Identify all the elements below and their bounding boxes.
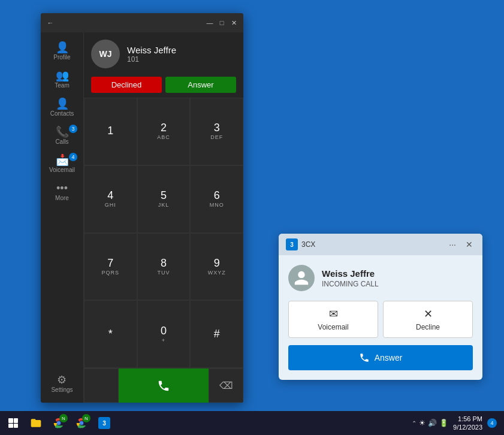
key-6[interactable]: 6 MNO — [190, 165, 243, 233]
notif-decline-button[interactable]: ✕ Decline — [383, 301, 473, 338]
minimize-button[interactable]: — — [205, 18, 215, 28]
sidebar-label-voicemail: Voicemail — [49, 167, 75, 173]
sidebar-item-settings[interactable]: ⚙ Settings — [49, 370, 75, 398]
notif-header: 3 3CX ··· ✕ — [279, 234, 482, 255]
taskbar-chrome[interactable]: N — [48, 412, 70, 434]
sidebar-item-more[interactable]: ••• More — [41, 178, 83, 206]
contact-info: Weiss Jeffre 101 — [127, 45, 236, 64]
keypad-bottom: ⌫ — [84, 368, 243, 403]
notif-header-right: ··· ✕ — [446, 240, 475, 249]
notification-popup: 3 3CX ··· ✕ Weiss Jeffre INCOMING CALL ✉… — [279, 234, 482, 380]
key-3[interactable]: 3 DEF — [190, 98, 243, 165]
chevron-up-icon[interactable]: ⌃ — [412, 420, 417, 427]
sidebar-label-contacts: Contacts — [50, 110, 74, 117]
taskbar-file-explorer[interactable] — [25, 412, 47, 434]
sidebar-item-voicemail[interactable]: 📩 4 Voicemail — [41, 150, 83, 178]
notif-body: Weiss Jeffre INCOMING CALL — [279, 255, 482, 301]
sidebar-item-profile[interactable]: 👤 Profile — [41, 37, 83, 65]
keypad: 1 2 ABC 3 DEF 4 GHI 5 JKL — [84, 98, 243, 368]
phone-window: ← — □ ✕ 👤 Profile 👥 Team 👤 Contacts — [41, 13, 243, 403]
volume-icon: 🔊 — [428, 419, 437, 427]
notif-app-logo: 3 — [286, 238, 298, 250]
notif-voicemail-button[interactable]: ✉ Voicemail — [288, 301, 378, 338]
key-9[interactable]: 9 WXYZ — [190, 233, 243, 301]
calls-icon: 📞 — [56, 126, 69, 137]
contacts-icon: 👤 — [56, 98, 69, 109]
network-icon: ☀ — [419, 419, 425, 427]
maximize-button[interactable]: □ — [217, 18, 227, 28]
calls-badge: 3 — [69, 125, 77, 133]
windows-logo — [8, 418, 18, 428]
svg-point-3 — [80, 422, 83, 425]
voicemail-btn-icon: ✉ — [329, 307, 338, 321]
contact-extension: 101 — [127, 55, 236, 64]
backspace-button[interactable]: ⌫ — [209, 368, 243, 403]
profile-icon: 👤 — [56, 42, 69, 53]
taskbar-3cx[interactable]: 3 — [93, 412, 115, 434]
voicemail-icon: 📩 — [56, 155, 69, 165]
back-button[interactable]: ← — [46, 18, 55, 28]
notif-avatar — [288, 265, 315, 291]
key-1[interactable]: 1 — [84, 98, 137, 165]
sidebar-item-calls[interactable]: 📞 3 Calls — [41, 122, 83, 150]
close-button[interactable]: ✕ — [229, 18, 239, 28]
svg-point-1 — [58, 422, 61, 425]
contact-header: WJ Weiss Jeffre 101 — [84, 32, 243, 73]
key-hash[interactable]: # — [190, 300, 243, 368]
notif-header-left: 3 3CX — [286, 238, 315, 250]
more-icon: ••• — [56, 183, 68, 194]
taskbar-system-icons: ⌃ ☀ 🔊 🔋 — [412, 419, 448, 427]
key-5[interactable]: 5 JKL — [137, 165, 191, 233]
key-2[interactable]: 2 ABC — [137, 98, 191, 165]
taskbar-notification-badge[interactable]: 4 — [487, 418, 497, 428]
notif-more-button[interactable]: ··· — [446, 240, 458, 249]
sidebar-bottom: ⚙ Settings — [49, 370, 75, 398]
sidebar-label-calls: Calls — [55, 138, 68, 145]
battery-icon: 🔋 — [439, 419, 448, 427]
avatar: WJ — [91, 40, 120, 68]
taskbar-datetime[interactable]: 1:56 PM 9/12/2023 — [453, 415, 482, 432]
settings-icon: ⚙ — [57, 374, 67, 385]
taskbar-date-display: 9/12/2023 — [453, 423, 482, 431]
key-star[interactable]: * — [84, 300, 137, 368]
sidebar-item-contacts[interactable]: 👤 Contacts — [41, 93, 83, 122]
key-4[interactable]: 4 GHI — [84, 165, 137, 233]
chrome2-badge: N — [82, 414, 90, 422]
taskbar-right: ⌃ ☀ 🔊 🔋 1:56 PM 9/12/2023 4 — [412, 415, 502, 432]
decline-btn-icon: ✕ — [424, 307, 433, 321]
taskbar: N N 3 ⌃ ☀ 🔊 🔋 1:56 PM 9/12/2023 4 — [0, 411, 504, 435]
sidebar: 👤 Profile 👥 Team 👤 Contacts 📞 3 Calls 📩 … — [41, 32, 84, 403]
sidebar-label-settings: Settings — [51, 386, 73, 393]
call-button[interactable] — [119, 368, 209, 403]
sidebar-label-profile: Profile — [53, 54, 70, 61]
3cx-app-icon: 3 — [98, 417, 110, 429]
notif-caller-status: INCOMING CALL — [322, 280, 379, 288]
window-body: 👤 Profile 👥 Team 👤 Contacts 📞 3 Calls 📩 … — [41, 32, 243, 403]
sidebar-item-team[interactable]: 👥 Team — [41, 65, 83, 93]
start-button[interactable] — [2, 412, 24, 434]
answer-button[interactable]: Answer — [165, 77, 236, 93]
voicemail-btn-label: Voicemail — [318, 323, 348, 331]
key-8[interactable]: 8 TUV — [137, 233, 191, 301]
key-0[interactable]: 0 + — [137, 300, 191, 368]
notif-caller-name: Weiss Jeffre — [322, 268, 379, 279]
sidebar-label-team: Team — [55, 82, 69, 89]
notif-secondary-buttons: ✉ Voicemail ✕ Decline — [279, 301, 482, 345]
decline-button[interactable]: Declined — [91, 77, 162, 93]
taskbar-chrome-2[interactable]: N — [71, 412, 92, 434]
chrome-badge: N — [59, 414, 68, 422]
decline-btn-label: Decline — [416, 323, 440, 331]
notif-answer-button[interactable]: Answer — [288, 345, 473, 370]
title-bar-controls: — □ ✕ — [205, 18, 239, 28]
title-bar: ← — □ ✕ — [41, 13, 243, 32]
taskbar-time-display: 1:56 PM — [453, 415, 482, 423]
notif-answer-label: Answer — [375, 353, 403, 362]
call-actions: Declined Answer — [84, 73, 243, 98]
contact-name: Weiss Jeffre — [127, 45, 236, 55]
key-7[interactable]: 7 PQRS — [84, 233, 137, 301]
notif-close-button[interactable]: ✕ — [463, 240, 475, 249]
voicemail-badge: 4 — [69, 153, 77, 161]
notif-app-name: 3CX — [301, 240, 315, 249]
notif-caller-info: Weiss Jeffre INCOMING CALL — [322, 268, 379, 288]
taskbar-apps: N N 3 — [25, 412, 115, 434]
